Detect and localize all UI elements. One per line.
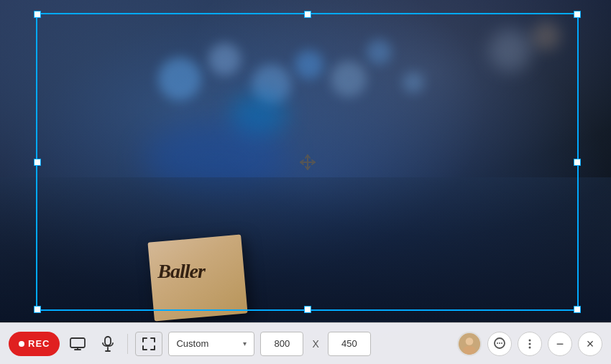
- more-options-icon: [523, 337, 536, 350]
- svg-point-9: [529, 339, 531, 341]
- bokeh-circle: [331, 61, 367, 97]
- expand-button[interactable]: [135, 332, 162, 356]
- more-options-button[interactable]: [518, 332, 542, 356]
- svg-point-11: [529, 346, 531, 348]
- bokeh-circle: [367, 39, 392, 65]
- rec-label: REC: [28, 338, 50, 349]
- bokeh-circle: [532, 22, 561, 50]
- close-button[interactable]: ×: [578, 332, 602, 356]
- book-object: Baller: [147, 235, 247, 322]
- svg-point-6: [497, 342, 498, 344]
- bokeh-circle: [158, 57, 201, 101]
- width-input[interactable]: [260, 332, 303, 356]
- avatar-image: [459, 332, 480, 356]
- microphone-icon: [102, 336, 114, 352]
- chat-button[interactable]: [487, 332, 512, 356]
- bokeh-circle: [208, 43, 241, 75]
- surface-area: [0, 177, 611, 321]
- rec-button[interactable]: REC: [9, 332, 60, 356]
- svg-rect-1: [105, 337, 111, 345]
- minimize-button[interactable]: −: [548, 332, 572, 356]
- rec-indicator: [19, 341, 24, 347]
- svg-point-7: [499, 342, 500, 344]
- monitor-icon: [70, 337, 86, 350]
- chat-icon: [492, 337, 507, 351]
- dropdown-selected-value: Custom: [176, 338, 208, 349]
- height-input[interactable]: [328, 332, 371, 356]
- minus-icon: −: [556, 337, 564, 350]
- dropdown-arrow-icon: ▾: [243, 340, 247, 347]
- svg-rect-0: [70, 338, 85, 347]
- resolution-dropdown[interactable]: Custom ▾: [168, 332, 254, 356]
- svg-point-8: [501, 342, 502, 344]
- avatar[interactable]: [457, 332, 482, 356]
- dimension-separator: X: [309, 338, 321, 350]
- close-icon: ×: [587, 337, 594, 350]
- screen-recorder-scene: Baller REC: [0, 0, 611, 364]
- bokeh-circle: [403, 72, 424, 93]
- book-text: Baller: [157, 260, 236, 283]
- toolbar-separator: [127, 334, 128, 354]
- microphone-button[interactable]: [96, 332, 120, 356]
- monitor-button[interactable]: [65, 332, 90, 356]
- expand-icon: [142, 337, 155, 350]
- toolbar: REC Custom ▾: [0, 322, 611, 364]
- bokeh-circle: [295, 50, 323, 79]
- svg-point-4: [463, 345, 476, 354]
- svg-point-10: [529, 342, 531, 345]
- svg-point-3: [466, 337, 474, 345]
- bokeh-circle: [489, 29, 532, 72]
